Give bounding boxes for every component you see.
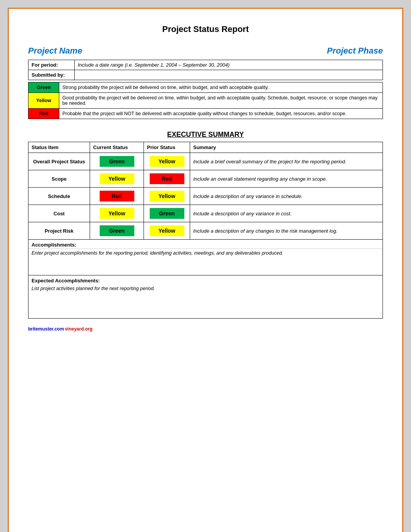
current-status-badge: Red — [100, 191, 134, 201]
legend-color-cell: Red — [28, 109, 59, 119]
status-item-cell: Schedule — [28, 188, 90, 205]
project-header: Project Name Project Phase — [28, 46, 383, 56]
period-label: For period: — [28, 60, 75, 70]
prior-status-cell: Red — [144, 170, 190, 188]
current-status-badge: Yellow — [100, 173, 134, 184]
prior-status-cell: Yellow — [144, 222, 190, 240]
table-row: ScheduleRedYellowInclude a description o… — [28, 188, 383, 205]
submitted-value — [75, 70, 383, 80]
submitted-label: Submitted by: — [28, 70, 75, 80]
exec-table-header-row: Status Item Current Status Prior Status … — [28, 142, 383, 153]
table-row: Project RiskGreenYellowInclude a descrip… — [28, 222, 383, 240]
exec-summary-table: Status Item Current Status Prior Status … — [28, 142, 383, 240]
header-summary: Summary — [190, 142, 383, 153]
expected-section: Expected Accomplishments: List project a… — [28, 275, 383, 319]
legend-desc-cell: Probable that the project will NOT be de… — [59, 109, 383, 119]
header-current-status: Current Status — [90, 142, 144, 153]
legend-row: YellowGood probability the project will … — [28, 93, 383, 109]
expected-body: List project activities planned for the … — [28, 284, 383, 318]
legend-desc-cell: Strong probability the project will be d… — [59, 82, 383, 93]
accomplishments-section: Accomplishments: Enter project accomplis… — [28, 240, 383, 275]
prior-status-badge: Yellow — [150, 191, 184, 201]
status-item-cell: Cost — [28, 205, 90, 222]
period-value: Include a date range (i.e. September 1, … — [75, 60, 383, 70]
legend-row: GreenStrong probability the project will… — [28, 82, 383, 93]
legend-color-cell: Green — [28, 82, 59, 93]
current-status-cell: Green — [90, 153, 144, 170]
prior-status-badge: Red — [150, 173, 184, 184]
info-table: For period: Include a date range (i.e. S… — [28, 60, 383, 80]
header-status-item: Status Item — [28, 142, 90, 153]
footer: britemuster.com vineyard.org — [28, 326, 383, 332]
table-row: CostYellowGreenInclude a description of … — [28, 205, 383, 222]
summary-cell: Include a description of any variance in… — [190, 188, 383, 205]
prior-status-badge: Green — [150, 208, 184, 219]
summary-cell: Include an overall statement regarding a… — [190, 170, 383, 188]
legend-desc-cell: Good probability the project will be del… — [59, 93, 383, 109]
submitted-row: Submitted by: — [28, 70, 383, 80]
footer-blue: britemuster.com — [28, 326, 64, 332]
status-item-cell: Overall Project Status — [28, 153, 90, 170]
page: Project Status Report Project Name Proje… — [8, 8, 403, 532]
current-status-badge: Green — [100, 225, 134, 236]
summary-cell: Include a description of any changes to … — [190, 222, 383, 240]
prior-status-badge: Yellow — [150, 225, 184, 236]
prior-status-cell: Yellow — [144, 188, 190, 205]
current-status-cell: Green — [90, 222, 144, 240]
current-status-cell: Red — [90, 188, 144, 205]
prior-status-badge: Yellow — [150, 156, 184, 167]
legend-row: RedProbable that the project will NOT be… — [28, 109, 383, 119]
exec-summary-title: EXECUTIVE SUMMARY — [28, 131, 383, 139]
period-row: For period: Include a date range (i.e. S… — [28, 60, 383, 70]
project-name-label: Project Name — [28, 46, 82, 56]
header-prior-status: Prior Status — [144, 142, 190, 153]
legend-table: GreenStrong probability the project will… — [28, 82, 383, 119]
summary-cell: Include a brief overall summary of the p… — [190, 153, 383, 170]
current-status-cell: Yellow — [90, 170, 144, 188]
project-phase-label: Project Phase — [327, 46, 383, 56]
accomplishments-header: Accomplishments: — [28, 240, 383, 249]
status-item-cell: Scope — [28, 170, 90, 188]
prior-status-cell: Green — [144, 205, 190, 222]
prior-status-cell: Yellow — [144, 153, 190, 170]
legend-color-cell: Yellow — [28, 93, 59, 109]
current-status-cell: Yellow — [90, 205, 144, 222]
accomplishments-body: Enter project accomplishments for the re… — [28, 249, 383, 275]
summary-cell: Include a description of any variance in… — [190, 205, 383, 222]
table-row: Overall Project StatusGreenYellowInclude… — [28, 153, 383, 170]
current-status-badge: Green — [100, 156, 134, 167]
status-item-cell: Project Risk — [28, 222, 90, 240]
footer-red: vineyard.org — [65, 326, 92, 332]
table-row: ScopeYellowRedInclude an overall stateme… — [28, 170, 383, 188]
expected-header: Expected Accomplishments: — [28, 275, 383, 284]
page-title: Project Status Report — [28, 24, 383, 34]
current-status-badge: Yellow — [100, 208, 134, 219]
